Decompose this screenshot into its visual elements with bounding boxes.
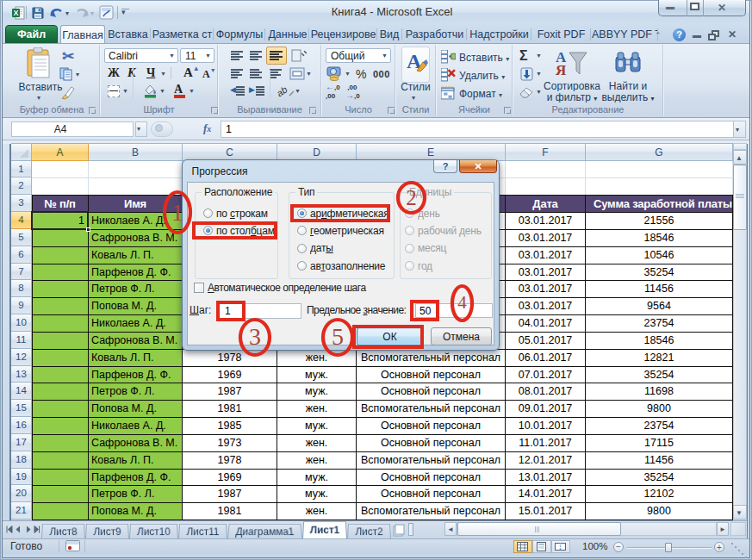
svg-text:ab: ab [277,84,289,98]
svg-text:X: X [13,9,18,17]
